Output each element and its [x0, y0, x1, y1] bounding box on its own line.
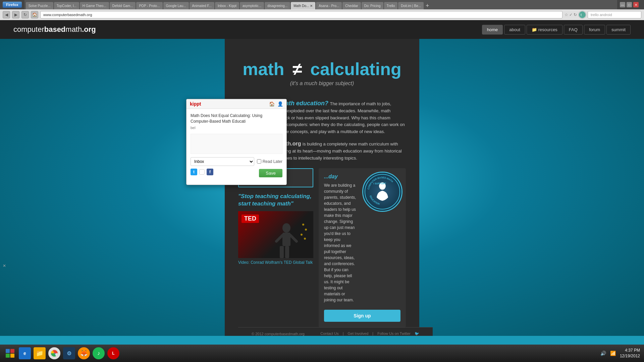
kippt-label: bel [191, 126, 282, 130]
kippt-social-icons: t f [191, 169, 213, 175]
kippt-header: kippt 🏠 👤 [186, 99, 286, 109]
kippt-square-icon[interactable] [199, 169, 205, 175]
kippt-preview-area [191, 134, 282, 154]
kippt-twitter-icon[interactable]: t [191, 169, 197, 175]
kippt-body: Math Does Not Equal Calculating: Using C… [186, 109, 286, 185]
kippt-home-button[interactable]: 🏠 [269, 101, 275, 107]
kippt-save-row: Save [216, 169, 282, 177]
kippt-save-button[interactable]: Save [259, 169, 282, 177]
kippt-read-later-label: Read Later [263, 159, 282, 164]
kippt-read-later-option: Read Later [257, 159, 282, 164]
kippt-bottom-row: t f Save [191, 169, 282, 178]
kippt-facebook-icon[interactable]: f [207, 169, 213, 175]
kippt-list-select[interactable]: Inbox [191, 157, 254, 166]
kippt-modal: kippt 🏠 👤 Math Does Not Equal Calculatin… [186, 99, 287, 185]
kippt-read-later-checkbox[interactable] [257, 159, 261, 164]
kippt-overlay: kippt 🏠 👤 Math Does Not Equal Calculatin… [0, 0, 644, 362]
kippt-select-row: Inbox Read Later [191, 157, 282, 166]
kippt-clip-title: Math Does Not Equal Calculating: Using C… [191, 113, 282, 124]
kippt-header-icons: 🏠 👤 [269, 101, 283, 107]
kippt-title: kippt [190, 101, 201, 107]
kippt-user-button[interactable]: 👤 [277, 101, 283, 107]
